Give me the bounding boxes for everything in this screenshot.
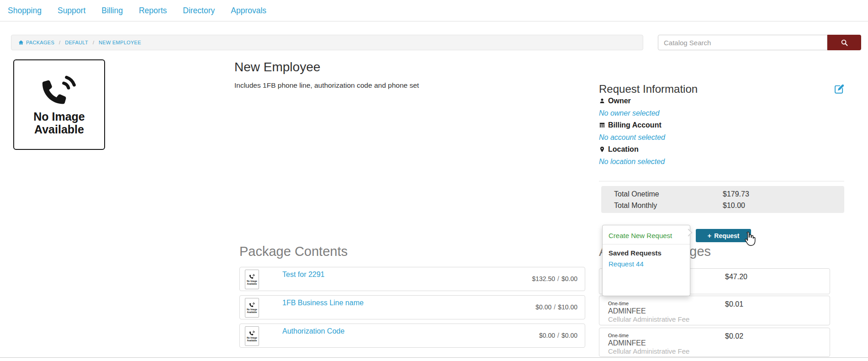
charge-amount: $0.02 bbox=[725, 332, 743, 340]
no-image-text: No Image Available bbox=[246, 336, 259, 342]
price-separator: / bbox=[557, 332, 559, 339]
charge-description: Cellular Administrative Fee bbox=[608, 315, 689, 323]
item-thumbnail: No Image Available bbox=[245, 326, 259, 346]
owner-label-text: Owner bbox=[608, 97, 631, 105]
breadcrumb-label: PACKAGES bbox=[26, 40, 54, 45]
phone-icon bbox=[249, 302, 255, 307]
package-item-price: $132.50/$0.00 bbox=[532, 275, 577, 282]
footer-divider bbox=[0, 357, 868, 358]
billing-table-icon bbox=[599, 122, 605, 128]
breadcrumb-default[interactable]: DEFAULT bbox=[65, 40, 88, 45]
charge-amount: $47.20 bbox=[725, 273, 747, 281]
map-marker-icon bbox=[599, 146, 605, 153]
billing-account-value[interactable]: No account selected bbox=[599, 133, 665, 142]
catalog-search-button[interactable] bbox=[827, 35, 861, 50]
menu-item-request-44[interactable]: Request 44 bbox=[603, 260, 690, 268]
page: Shopping Support Billing Reports Directo… bbox=[0, 0, 868, 361]
request-information-title: Request Information bbox=[599, 83, 698, 96]
nav-item-directory[interactable]: Directory bbox=[183, 6, 215, 16]
price-onetime: $0.00 bbox=[535, 303, 551, 311]
price-onetime: $0.00 bbox=[539, 332, 555, 339]
package-item-row: No Image Available Authorization Code $0… bbox=[239, 324, 585, 348]
product-no-image-placeholder: No Image Available bbox=[13, 59, 105, 150]
package-item-price: $0.00/$10.00 bbox=[535, 303, 577, 311]
no-image-text: No Image Available bbox=[246, 308, 259, 314]
menu-item-create-new-request[interactable]: Create New Request bbox=[603, 232, 690, 239]
totals-summary: Total Onetime$179.73 Total Monthly$10.00 bbox=[601, 186, 844, 213]
total-onetime-value: $179.73 bbox=[723, 190, 749, 198]
charge-code: ADMINFEE bbox=[608, 307, 646, 315]
breadcrumb-packages[interactable]: PACKAGES bbox=[18, 40, 54, 45]
owner-value[interactable]: No owner selected bbox=[599, 109, 660, 117]
total-monthly-value: $10.00 bbox=[723, 202, 745, 209]
edit-icon[interactable] bbox=[833, 83, 845, 95]
request-button[interactable]: + Request bbox=[696, 229, 751, 242]
price-separator: / bbox=[554, 303, 556, 311]
phone-icon bbox=[249, 330, 255, 335]
no-image-text: No Image Available bbox=[246, 280, 259, 286]
search-icon bbox=[841, 39, 848, 47]
home-icon bbox=[18, 40, 24, 45]
catalog-search-input[interactable] bbox=[658, 35, 827, 50]
location-label: Location bbox=[599, 145, 639, 154]
charge-row: One-time ADMINFEE Cellular Administrativ… bbox=[599, 296, 830, 325]
total-onetime-label: Total Onetime bbox=[614, 190, 723, 198]
total-monthly-label: Total Monthly bbox=[614, 202, 723, 210]
billing-account-label: Billing Account bbox=[599, 121, 662, 129]
price-onetime: $132.50 bbox=[532, 275, 555, 282]
nav-item-shopping[interactable]: Shopping bbox=[8, 6, 42, 16]
phone-icon bbox=[42, 74, 77, 105]
billing-account-label-text: Billing Account bbox=[608, 121, 662, 129]
plus-icon: + bbox=[708, 232, 712, 239]
charge-frequency: One-time bbox=[608, 301, 629, 306]
location-label-text: Location bbox=[608, 145, 639, 154]
page-title: New Employee bbox=[234, 60, 320, 74]
package-item-row: No Image Available Test for 2291 $132.50… bbox=[239, 267, 585, 291]
owner-label: Owner bbox=[599, 97, 631, 105]
breadcrumb-separator: / bbox=[93, 40, 94, 45]
package-item-link[interactable]: Authorization Code bbox=[282, 327, 344, 335]
user-icon bbox=[599, 98, 605, 104]
no-image-text: No Image Available bbox=[23, 110, 96, 136]
package-description: Includes 1FB phone line, authorization c… bbox=[234, 81, 419, 90]
charge-amount: $0.01 bbox=[725, 300, 743, 308]
price-separator: / bbox=[557, 275, 559, 282]
saved-requests-header: Saved Requests bbox=[603, 249, 690, 257]
charge-code: ADMINFEE bbox=[608, 339, 646, 347]
charge-frequency: One-time bbox=[608, 333, 629, 338]
request-dropdown-menu: Create New Request Saved Requests Reques… bbox=[602, 225, 690, 296]
total-monthly-row: Total Monthly$10.00 bbox=[614, 202, 844, 213]
nav-item-support[interactable]: Support bbox=[58, 6, 85, 16]
nav-item-approvals[interactable]: Approvals bbox=[231, 6, 266, 16]
package-item-price: $0.00/$0.00 bbox=[539, 332, 577, 339]
charge-description: Cellular Administrative Fee bbox=[608, 347, 689, 355]
price-monthly: $10.00 bbox=[558, 303, 577, 311]
price-monthly: $0.00 bbox=[561, 275, 577, 282]
package-item-link[interactable]: Test for 2291 bbox=[282, 271, 325, 279]
nav-item-billing[interactable]: Billing bbox=[101, 6, 123, 16]
price-monthly: $0.00 bbox=[561, 332, 577, 339]
divider bbox=[599, 181, 844, 181]
breadcrumb: PACKAGES / DEFAULT / NEW EMPLOYEE bbox=[11, 35, 643, 50]
package-item-link[interactable]: 1FB Business Line name bbox=[282, 299, 364, 307]
package-item-row: No Image Available 1FB Business Line nam… bbox=[239, 295, 585, 319]
phone-icon bbox=[249, 274, 255, 279]
breadcrumb-label: DEFAULT bbox=[65, 40, 88, 45]
breadcrumb-separator: / bbox=[59, 40, 60, 45]
top-nav: Shopping Support Billing Reports Directo… bbox=[0, 0, 868, 21]
nav-item-reports[interactable]: Reports bbox=[139, 6, 167, 16]
item-thumbnail: No Image Available bbox=[245, 270, 259, 289]
breadcrumb-label: NEW EMPLOYEE bbox=[99, 40, 141, 45]
total-onetime-row: Total Onetime$179.73 bbox=[614, 190, 844, 202]
package-contents-title: Package Contents bbox=[239, 244, 348, 259]
location-value[interactable]: No location selected bbox=[599, 158, 665, 166]
breadcrumb-new-employee[interactable]: NEW EMPLOYEE bbox=[99, 40, 141, 45]
request-button-label: Request bbox=[714, 232, 739, 239]
menu-divider bbox=[603, 244, 690, 244]
charge-row: One-time ADMINFEE Cellular Administrativ… bbox=[599, 328, 830, 357]
item-thumbnail: No Image Available bbox=[245, 298, 259, 318]
